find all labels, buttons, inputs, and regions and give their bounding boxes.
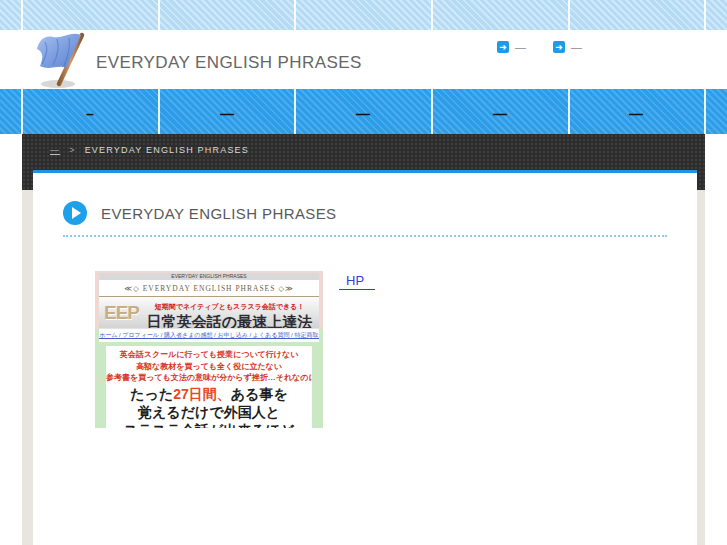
content-row: EVERYDAY ENGLISH PHRASES ≪◇ EVERYDAY ENG… [95, 271, 667, 428]
arrow-icon: ➜ [553, 41, 565, 53]
column-divider [21, 0, 23, 30]
thumb-site-header: ≪◇ EVERYDAY ENGLISH PHRASES ◇≫ [99, 280, 319, 297]
breadcrumb: —>EVERYDAY ENGLISH PHRASES [50, 145, 249, 155]
breadcrumb-separator: > [69, 145, 75, 155]
thumb-tagline: 短期間でネイティブともスラスラ会話できる！ [155, 303, 304, 310]
thumb-headline-highlight: 27日間、 [173, 386, 231, 402]
column-divider [294, 0, 296, 30]
thumb-headline-line3: スラスラ会話が出来るほど [106, 422, 312, 428]
nav-item-5[interactable]: — [629, 106, 643, 122]
thumb-headline-pre: たった [130, 386, 173, 402]
thumb-hero-text: 短期間でネイティブともスラスラ会話できる！ 日常英会話の最速上達法 [145, 297, 314, 328]
product-screenshot[interactable]: EVERYDAY ENGLISH PHRASES ≪◇ EVERYDAY ENG… [95, 271, 323, 428]
play-icon [63, 201, 87, 225]
page: { "header": { "title": "EVERYDAY ENGLISH… [0, 0, 727, 545]
thumb-frame: EVERYDAY ENGLISH PHRASES ≪◇ EVERYDAY ENG… [99, 273, 319, 342]
column-divider [704, 0, 706, 30]
column-divider [568, 89, 570, 134]
thumb-problem-line: 参考書を買っても文法の意味が分からず挫折…それなのに [106, 372, 312, 384]
header-utility-link-2[interactable]: ➜ — [553, 41, 583, 53]
thumb-headline-post: ある事を [231, 386, 288, 402]
content-card: EVERYDAY ENGLISH PHRASES EVERYDAY ENGLIS… [33, 170, 697, 545]
breadcrumb-current: EVERYDAY ENGLISH PHRASES [85, 145, 249, 155]
nav-item-4[interactable]: — [493, 106, 507, 122]
nav-item-3[interactable]: — [356, 106, 370, 122]
breadcrumb-home-link[interactable]: — [50, 145, 60, 155]
column-divider [158, 0, 160, 30]
thumb-topbar-text: EVERYDAY ENGLISH PHRASES [99, 273, 319, 280]
nav-item-1[interactable]: – [86, 106, 94, 122]
thumb-hero-band: EEP 短期間でネイティブともスラスラ会話できる！ 日常英会話の最速上達法 [99, 297, 319, 328]
thumb-nav-links: ホーム / プロフィール / 購入者さまの感想 / お申し込み / よくある質問… [99, 328, 319, 342]
column-divider [158, 89, 160, 134]
hp-link[interactable]: HP [339, 273, 375, 290]
section-title: EVERYDAY ENGLISH PHRASES [101, 205, 337, 222]
thumb-body-panel: 英会話スクールに行っても授業について行けない 高額な教材を買っても全く役に立たな… [106, 346, 312, 428]
flag-logo-icon [31, 30, 91, 89]
thumb-eep-logo: EEP [104, 302, 139, 324]
thumb-problem-line: 高額な教材を買っても全く役に立たない [106, 361, 312, 373]
column-divider [431, 0, 433, 30]
column-divider [294, 89, 296, 134]
header-utility-link-label: — [515, 41, 527, 53]
site-header: EVERYDAY ENGLISH PHRASES ➜ — ➜ — [0, 30, 727, 89]
arrow-icon: ➜ [497, 41, 509, 53]
nav-item-2[interactable]: — [220, 106, 234, 122]
column-divider [704, 89, 706, 134]
column-divider [431, 89, 433, 134]
thumb-main-title: 日常英会話の最速上達法 [147, 314, 312, 329]
thumb-headline-line2: 覚えるだけで外国人と [106, 404, 312, 420]
top-stripe-bar [0, 0, 727, 30]
thumb-headline-line1: たった27日間、ある事を [106, 386, 312, 402]
column-divider [568, 0, 570, 30]
thumb-problem-line: 英会話スクールに行っても授業について行けない [106, 349, 312, 361]
site-title: EVERYDAY ENGLISH PHRASES [96, 53, 362, 73]
column-divider [21, 89, 23, 134]
main-wrapper: —>EVERYDAY ENGLISH PHRASES EVERYDAY ENGL… [22, 134, 705, 545]
section-heading: EVERYDAY ENGLISH PHRASES [63, 201, 667, 237]
header-utility-link-1[interactable]: ➜ — [497, 41, 527, 53]
header-utility-link-label: — [571, 41, 583, 53]
